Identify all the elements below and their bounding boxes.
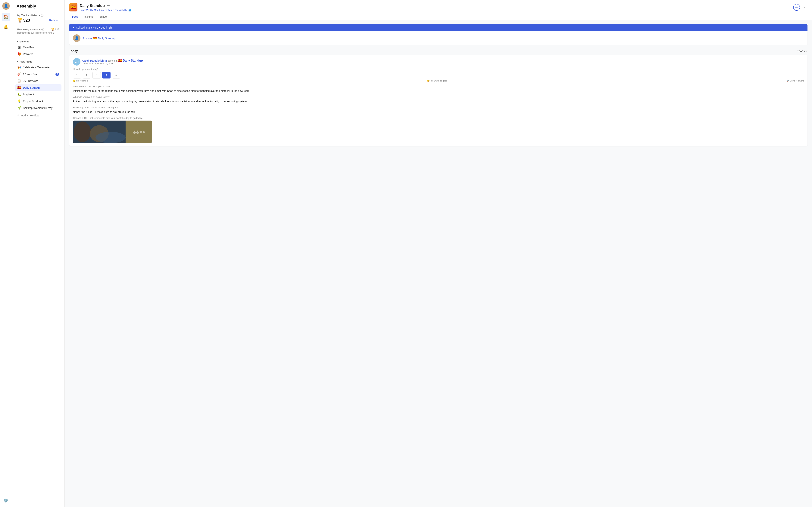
- general-section-header[interactable]: ▼ General: [15, 39, 61, 44]
- header-actions: 👁 ›: [793, 4, 808, 11]
- feed-section-header: Today Newest ▾: [69, 49, 808, 53]
- rating-btn-3[interactable]: 3: [93, 72, 101, 78]
- sidebar-item-360-reviews[interactable]: 📋 360 Reviews: [15, 77, 61, 84]
- refresh-text: Refreshes to 500 Trophies on June 1: [17, 32, 59, 34]
- notifications-icon-btn[interactable]: 🔔: [2, 22, 10, 31]
- answer-prompt-text: Answer 🇪🇸 Daily Standup: [83, 37, 115, 40]
- chevron-right-button[interactable]: ›: [802, 4, 808, 10]
- home-icon-btn[interactable]: 🏠: [2, 13, 10, 21]
- flow-feeds-section-label: Flow feeds: [19, 60, 32, 63]
- remaining-allowance-section: Remaining allowance i 🏆 215 Refreshes to…: [15, 26, 61, 36]
- question-2-answer: I finished up the bulk of the reports th…: [73, 89, 804, 93]
- post-author-name[interactable]: Caleb Ramakrishna: [82, 59, 107, 62]
- app-title: Assembly: [15, 4, 61, 9]
- daily-standup-label: Daily Standup: [23, 86, 40, 89]
- tab-feed[interactable]: Feed: [69, 14, 82, 20]
- sidebar-item-main-feed[interactable]: ▣ Main Feed: [15, 44, 61, 51]
- sidebar-item-self-improvement[interactable]: 🌱 Self Improvement Survey: [15, 105, 61, 111]
- sidebar-item-celebrate[interactable]: 🎉 Celebrate a Teammate: [15, 64, 61, 71]
- rating-label-middle: 😀 Today will be good: [427, 79, 447, 82]
- flow-header-icon: 🇪🇸: [69, 3, 78, 11]
- gif-preview: ♠♣♥♦: [73, 121, 152, 143]
- post-card: CR Caleb Ramakrishna posted in 🇪🇸 Daily …: [69, 55, 808, 146]
- rating-btn-1[interactable]: 1: [73, 72, 81, 78]
- 360-reviews-icon: 📋: [17, 79, 21, 82]
- svg-point-5: [96, 132, 125, 143]
- tab-insights[interactable]: Insights: [82, 14, 96, 20]
- question-5: Choose a GIF that represents how you wan…: [73, 117, 804, 143]
- flow-dots-menu[interactable]: ···: [106, 3, 110, 8]
- flow-header-title: Daily Standup: [80, 4, 105, 8]
- main-content: 🇪🇸 Daily Standup ··· Runs Weekly, Mon-Fr…: [65, 0, 812, 507]
- rating-btn-2[interactable]: 2: [83, 72, 91, 78]
- tabs-bar: Feed Insights Builder: [69, 14, 808, 20]
- sort-dropdown[interactable]: Newest ▾: [797, 50, 808, 53]
- main-feed-label: Main Feed: [23, 46, 35, 49]
- post-avatar: CR: [73, 58, 81, 65]
- bug-hunt-icon: 🐛: [17, 93, 21, 96]
- collecting-answers-text: Collecting answers • Due in 1h: [76, 26, 112, 29]
- rating-btn-5[interactable]: 5: [112, 72, 120, 78]
- question-5-label: Choose a GIF that represents how you wan…: [73, 117, 804, 119]
- celebrate-icon: 🎉: [17, 65, 21, 69]
- icon-bar: 👤 🏠 🔔 ⚙️: [0, 0, 12, 507]
- user-avatar[interactable]: 👤: [2, 2, 10, 10]
- trophies-info-icon[interactable]: i: [41, 14, 43, 17]
- rating-labels: 😞 Not feeling it 😀 Today will be good 🚀 …: [73, 79, 804, 82]
- trophy-small-icon: 🏆: [51, 28, 54, 31]
- collecting-answers-banner: ● Collecting answers • Due in 1h: [69, 24, 808, 32]
- rewards-label: Rewards: [23, 53, 33, 56]
- question-3: What do you plan on doing today? Putting…: [73, 96, 804, 104]
- seen-icon: 👁: [111, 62, 113, 65]
- 360-reviews-label: 360 Reviews: [23, 79, 38, 82]
- redeem-button[interactable]: Redeem: [49, 19, 59, 22]
- post-meta: 12 minutes ago • Seen by 1 👁: [82, 62, 143, 65]
- trophy-icon: 🏆: [17, 18, 22, 23]
- flow-feeds-section-header[interactable]: ▼ Flow feeds: [15, 59, 61, 64]
- tab-builder[interactable]: Builder: [96, 14, 111, 20]
- add-new-flow-button[interactable]: + Add a new flow: [15, 112, 61, 119]
- feed-content: ● Collecting answers • Due in 1h 👤 Answe…: [65, 20, 812, 507]
- visibility-icon: 👥: [129, 9, 131, 11]
- answer-avatar: 👤: [73, 34, 81, 42]
- sidebar-item-bug-hunt[interactable]: 🐛 Bug Hunt: [15, 91, 61, 98]
- question-2-label: What did you get done yesterday?: [73, 85, 804, 88]
- answer-card[interactable]: 👤 Answer 🇪🇸 Daily Standup: [69, 32, 808, 45]
- post-flow-link[interactable]: Daily Standup: [123, 59, 143, 62]
- question-1-label: How do you feel today?: [73, 68, 804, 71]
- 1on1-label: 1:1 with Josh: [23, 73, 38, 76]
- rating-label-right: 🚀 Going to crush!: [786, 79, 804, 82]
- project-feedback-icon: 💡: [17, 99, 21, 103]
- question-1: How do you feel today? 1 2 3 4 5 😞 Not f…: [73, 68, 804, 82]
- sidebar-item-1on1-josh[interactable]: 🎸 1:1 with Josh 6: [15, 71, 61, 77]
- daily-standup-icon: 🇪🇸: [17, 86, 21, 90]
- post-more-button[interactable]: ⋯: [799, 58, 804, 64]
- rewards-icon: 🎁: [17, 52, 21, 56]
- rating-btn-4[interactable]: 4: [102, 72, 110, 78]
- question-4-answer: Nope! And if I do, I'll make sure to ask…: [73, 110, 804, 114]
- add-flow-label: Add a new flow: [21, 114, 39, 117]
- sort-chevron-icon: ▾: [806, 50, 808, 53]
- svg-text:♠♣♥♦: ♠♣♥♦: [133, 129, 145, 135]
- remaining-amount: 🏆 215: [51, 28, 59, 31]
- eye-button[interactable]: 👁: [793, 4, 800, 11]
- content-header: 🇪🇸 Daily Standup ··· Runs Weekly, Mon-Fr…: [65, 0, 812, 20]
- bug-hunt-label: Bug Hunt: [23, 93, 34, 96]
- question-2: What did you get done yesterday? I finis…: [73, 85, 804, 93]
- add-flow-plus-icon: +: [17, 113, 19, 117]
- project-feedback-label: Project Feedback: [23, 100, 43, 103]
- sidebar-item-project-feedback[interactable]: 💡 Project Feedback: [15, 98, 61, 104]
- sidebar-item-rewards[interactable]: 🎁 Rewards: [15, 51, 61, 57]
- main-feed-icon: ▣: [17, 46, 21, 49]
- today-label: Today: [69, 49, 78, 53]
- 1on1-icon: 🎸: [17, 72, 21, 76]
- sidebar-item-daily-standup[interactable]: 🇪🇸 Daily Standup: [15, 84, 61, 91]
- schedule-text: Runs Weekly, Mon-Fri at 9:00am: [80, 9, 112, 11]
- self-improvement-label: Self Improvement Survey: [23, 107, 52, 109]
- see-visibility-link[interactable]: See visibility: [114, 9, 127, 11]
- answer-flow-emoji: 🇪🇸: [93, 37, 97, 40]
- settings-icon-btn[interactable]: ⚙️: [2, 497, 10, 505]
- 1on1-badge: 6: [55, 73, 59, 76]
- sidebar: Assembly My Trophies Balance i 🏆 323 Red…: [12, 0, 65, 507]
- remaining-info-icon[interactable]: i: [41, 28, 44, 31]
